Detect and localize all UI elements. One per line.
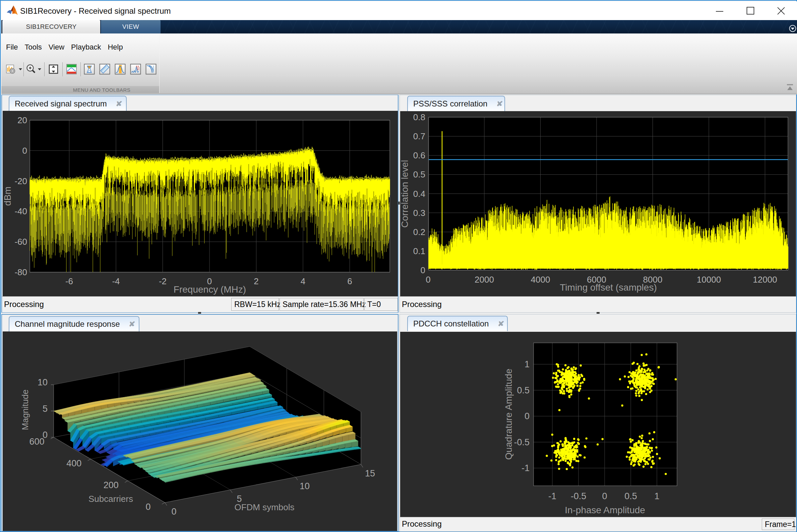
svg-text:0: 0 <box>425 274 430 285</box>
svg-text:5: 5 <box>42 404 48 414</box>
svg-text:0.2: 0.2 <box>413 227 425 237</box>
svg-text:Magnitude: Magnitude <box>20 390 30 430</box>
svg-text:-4: -4 <box>112 276 120 286</box>
svg-text:0.4: 0.4 <box>413 189 425 199</box>
svg-text:4000: 4000 <box>531 274 550 285</box>
svg-text:0.1: 0.1 <box>413 246 425 256</box>
svg-text:1: 1 <box>525 359 529 369</box>
svg-text:0: 0 <box>525 411 529 421</box>
svg-text:0.6: 0.6 <box>413 150 425 160</box>
svg-text:-0.5: -0.5 <box>571 491 586 501</box>
svg-text:10000: 10000 <box>697 274 721 285</box>
svg-text:-0.5: -0.5 <box>514 437 529 447</box>
svg-text:-2: -2 <box>159 276 167 286</box>
svg-text:200: 200 <box>104 480 119 490</box>
svg-text:2: 2 <box>254 276 258 286</box>
svg-text:In-phase Amplitude: In-phase Amplitude <box>565 505 645 515</box>
svg-text:0.3: 0.3 <box>413 208 425 218</box>
svg-text:6: 6 <box>347 276 352 286</box>
svg-text:600: 600 <box>29 437 44 446</box>
svg-text:Subcarriers: Subcarriers <box>89 494 133 504</box>
svg-text:0.5: 0.5 <box>624 491 637 501</box>
svg-text:0: 0 <box>42 430 48 440</box>
svg-text:0.5: 0.5 <box>517 385 529 395</box>
svg-text:Frequency (MHz): Frequency (MHz) <box>174 284 246 294</box>
svg-text:0: 0 <box>171 507 176 517</box>
svg-text:15: 15 <box>365 469 375 478</box>
svg-text:4: 4 <box>301 276 305 286</box>
svg-text:400: 400 <box>66 458 81 469</box>
svg-text:0: 0 <box>22 146 27 156</box>
svg-text:0.5: 0.5 <box>413 169 425 179</box>
svg-text:12000: 12000 <box>753 274 777 285</box>
svg-text:0.7: 0.7 <box>413 131 425 141</box>
svg-text:0: 0 <box>145 502 150 512</box>
svg-text:-60: -60 <box>14 237 27 247</box>
svg-text:OFDM symbols: OFDM symbols <box>234 502 294 512</box>
svg-text:-1: -1 <box>548 491 556 501</box>
svg-text:10: 10 <box>38 377 48 387</box>
svg-text:20: 20 <box>17 115 27 125</box>
svg-text:0: 0 <box>602 491 607 501</box>
svg-text:-80: -80 <box>14 267 27 277</box>
svg-text:0.8: 0.8 <box>413 112 425 122</box>
svg-text:dBm: dBm <box>3 187 13 206</box>
svg-text:2000: 2000 <box>475 274 494 285</box>
svg-text:-20: -20 <box>14 176 27 186</box>
svg-text:Timing offset (samples): Timing offset (samples) <box>560 282 656 292</box>
svg-text:Correlation level: Correlation level <box>400 160 410 228</box>
svg-text:Quadrature Amplitude: Quadrature Amplitude <box>503 368 514 460</box>
svg-text:-1: -1 <box>522 463 529 473</box>
svg-text:-40: -40 <box>14 206 27 216</box>
svg-text:-6: -6 <box>65 276 73 286</box>
svg-text:10: 10 <box>300 481 310 491</box>
svg-text:1: 1 <box>654 491 659 501</box>
svg-text:0: 0 <box>421 265 425 275</box>
